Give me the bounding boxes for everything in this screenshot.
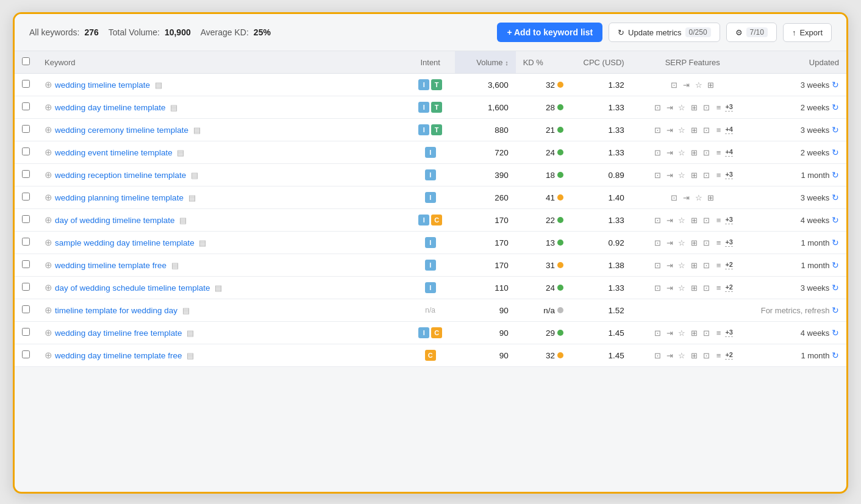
table-row: ⊕day of wedding timeline template ▤IC170… bbox=[15, 209, 846, 232]
keyword-link[interactable]: wedding day timeline template bbox=[55, 103, 166, 112]
refresh-icon[interactable]: ↻ bbox=[832, 125, 839, 135]
serp-plus-badge: +3 bbox=[725, 328, 733, 337]
keyword-row-icon: ▤ bbox=[168, 103, 178, 112]
refresh-icon[interactable]: ↻ bbox=[832, 147, 839, 157]
keyword-link[interactable]: wedding reception timeline template bbox=[55, 171, 186, 180]
serp-cell bbox=[632, 299, 754, 322]
add-keyword-icon[interactable]: ⊕ bbox=[45, 260, 52, 270]
refresh-icon[interactable]: ↻ bbox=[832, 215, 839, 225]
keyword-link[interactable]: wedding timeline template bbox=[55, 80, 150, 90]
row-checkbox[interactable] bbox=[22, 147, 30, 155]
serp-feature-icon: ☆ bbox=[676, 147, 687, 158]
add-keyword-icon[interactable]: ⊕ bbox=[45, 147, 52, 157]
intent-badge-c: C bbox=[431, 215, 442, 225]
keyword-link[interactable]: wedding planning timeline template bbox=[55, 193, 184, 202]
row-checkbox[interactable] bbox=[22, 215, 30, 223]
serp-feature-icon: ⊞ bbox=[688, 237, 699, 248]
keyword-link[interactable]: wedding event timeline template bbox=[55, 148, 173, 157]
row-checkbox[interactable] bbox=[22, 283, 30, 291]
serp-feature-icon: ☆ bbox=[693, 79, 704, 90]
row-checkbox[interactable] bbox=[22, 260, 30, 268]
add-keyword-icon[interactable]: ⊕ bbox=[45, 169, 52, 180]
volume-cell: 170 bbox=[455, 254, 516, 277]
refresh-icon[interactable]: ↻ bbox=[832, 238, 839, 247]
updated-value: 1 month bbox=[801, 171, 829, 180]
serp-feature-icon: ≡ bbox=[713, 215, 724, 225]
refresh-icon[interactable]: ↻ bbox=[832, 328, 839, 338]
add-keyword-icon[interactable]: ⊕ bbox=[45, 192, 52, 202]
add-keyword-icon[interactable]: ⊕ bbox=[45, 215, 52, 225]
refresh-icon[interactable]: ↻ bbox=[832, 102, 839, 112]
header-serp: SERP Features bbox=[632, 51, 754, 74]
volume-cell: 1,600 bbox=[455, 96, 516, 119]
table-row: ⊕sample wedding day timeline template ▤I… bbox=[15, 232, 846, 254]
refresh-icon[interactable]: ↻ bbox=[832, 170, 839, 180]
kd-dot bbox=[557, 352, 563, 358]
intent-badge-i: I bbox=[425, 260, 436, 271]
refresh-icon[interactable]: ↻ bbox=[832, 283, 839, 293]
keyword-link[interactable]: day of wedding timeline template bbox=[55, 216, 175, 225]
updated-value: 4 weeks bbox=[801, 328, 830, 338]
keyword-link[interactable]: wedding timeline template free bbox=[55, 261, 166, 270]
row-checkbox[interactable] bbox=[22, 125, 30, 133]
row-checkbox[interactable] bbox=[22, 328, 30, 336]
update-metrics-button[interactable]: ↻ Update metrics 0/250 bbox=[609, 23, 720, 42]
export-button[interactable]: ↑ Export bbox=[783, 23, 832, 42]
row-checkbox[interactable] bbox=[22, 238, 30, 246]
keyword-row-icon: ▤ bbox=[169, 261, 179, 270]
select-all-checkbox[interactable] bbox=[22, 57, 30, 65]
add-keyword-icon[interactable]: ⊕ bbox=[45, 305, 52, 315]
settings-button[interactable]: ⚙ 7/10 bbox=[726, 23, 777, 42]
serp-feature-icon: ☆ bbox=[676, 169, 687, 180]
intent-cell: I bbox=[406, 141, 455, 164]
intent-cell: I bbox=[406, 164, 455, 186]
keyword-link[interactable]: sample wedding day timeline template bbox=[55, 238, 195, 247]
add-keyword-icon[interactable]: ⊕ bbox=[45, 102, 52, 112]
add-keyword-icon[interactable]: ⊕ bbox=[45, 327, 52, 338]
add-to-keyword-list-button[interactable]: + Add to keyword list bbox=[497, 23, 602, 42]
kd-cell: 21 bbox=[516, 119, 571, 141]
add-keyword-icon[interactable]: ⊕ bbox=[45, 79, 52, 90]
refresh-icon[interactable]: ↻ bbox=[832, 260, 839, 270]
kd-value: 21 bbox=[546, 126, 557, 135]
refresh-icon[interactable]: ↻ bbox=[832, 350, 839, 360]
add-keyword-icon[interactable]: ⊕ bbox=[45, 237, 52, 247]
keyword-link[interactable]: timeline template for wedding day bbox=[55, 306, 177, 315]
serp-cell: ⊡⇥☆⊞⊡≡+2 bbox=[632, 344, 754, 367]
updated-value: 3 weeks bbox=[801, 80, 830, 90]
serp-feature-icon: ⊞ bbox=[688, 282, 699, 293]
updated-cell: 1 month ↻ bbox=[754, 164, 846, 186]
refresh-icon[interactable]: ↻ bbox=[832, 80, 839, 90]
cpc-cell: 1.52 bbox=[571, 299, 632, 322]
add-keyword-icon[interactable]: ⊕ bbox=[45, 124, 52, 135]
serp-feature-icon: ≡ bbox=[713, 237, 724, 248]
row-checkbox[interactable] bbox=[22, 170, 30, 178]
serp-feature-icon: ☆ bbox=[676, 327, 687, 338]
add-keyword-icon[interactable]: ⊕ bbox=[45, 350, 52, 360]
serp-feature-icon: ⊡ bbox=[652, 327, 663, 338]
row-checkbox[interactable] bbox=[22, 350, 30, 358]
table-row: ⊕wedding day timeline free template ▤IC9… bbox=[15, 322, 846, 344]
kd-dot bbox=[557, 217, 563, 223]
refresh-icon[interactable]: ↻ bbox=[832, 193, 839, 202]
kd-dot bbox=[557, 82, 563, 88]
row-checkbox[interactable] bbox=[22, 102, 30, 110]
refresh-icon[interactable]: ↻ bbox=[832, 305, 839, 315]
keyword-link[interactable]: wedding day timeline free template bbox=[55, 328, 182, 338]
row-checkbox[interactable] bbox=[22, 305, 30, 313]
keyword-link[interactable]: wedding day timeline template free bbox=[55, 351, 182, 360]
serp-feature-icon: ⊡ bbox=[701, 124, 712, 135]
toolbar: All keywords: 276 Total Volume: 10,900 A… bbox=[15, 14, 846, 51]
serp-feature-icon: ☆ bbox=[676, 215, 687, 225]
header-intent: Intent bbox=[406, 51, 455, 74]
kd-cell: 22 bbox=[516, 209, 571, 232]
keyword-link[interactable]: wedding ceremony timeline template bbox=[55, 126, 188, 135]
serp-feature-icon: ⊡ bbox=[652, 237, 663, 248]
header-keyword: Keyword bbox=[37, 51, 406, 74]
row-checkbox[interactable] bbox=[22, 80, 30, 88]
add-keyword-icon[interactable]: ⊕ bbox=[45, 282, 52, 293]
row-checkbox[interactable] bbox=[22, 193, 30, 201]
header-volume[interactable]: Volume ↕ bbox=[455, 51, 516, 74]
kd-value: 29 bbox=[546, 328, 557, 338]
keyword-link[interactable]: day of wedding schedule timeline templat… bbox=[55, 283, 210, 293]
